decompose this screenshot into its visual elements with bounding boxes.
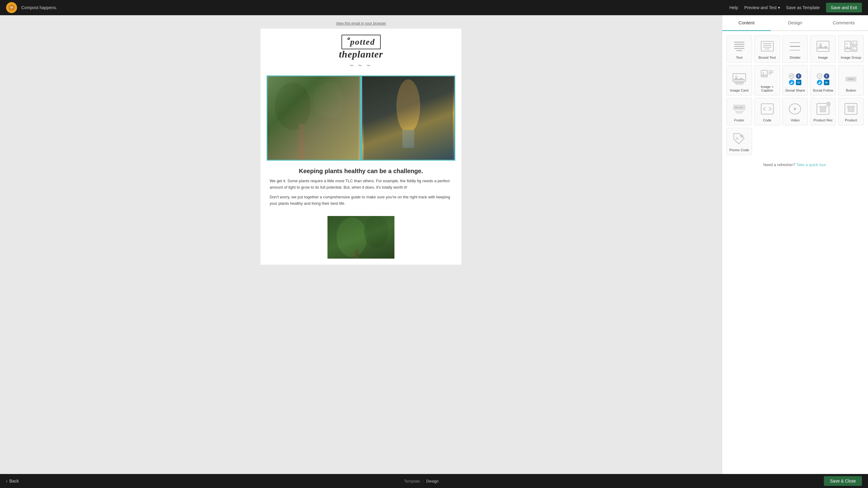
block-image-label: Image [818,56,828,59]
email-container: ✿potted theplanter ~ ~ ~ [260,29,461,265]
block-image-group[interactable]: Image Group [838,35,864,63]
block-code-label: Code [763,118,772,122]
social-share-icon: f in [787,72,803,86]
svg-rect-23 [736,84,743,85]
block-boxed-text-label: Boxed Text [758,56,776,59]
svg-rect-16 [851,41,857,46]
svg-rect-4 [299,124,305,160]
block-product-rec-label: Product Rec [813,118,833,122]
block-divider[interactable]: Divider [782,35,808,63]
email-heading: Keeping plants healthy can be a challeng… [270,167,452,175]
blocks-grid: Text Boxed Text [722,31,868,159]
svg-point-6 [396,79,420,133]
block-image-caption[interactable]: Image + Caption [754,65,780,96]
block-button-label: Button [846,89,856,92]
email-body-p1: We get it. Some plants require a little … [270,178,452,191]
block-image-card-label: Image Card [730,89,748,92]
svg-point-19 [853,48,854,49]
tab-design[interactable]: Design [771,15,819,31]
main-area: View this email in your browser ✿potted … [0,15,868,474]
svg-point-25 [763,72,764,74]
block-social-follow-label: Social Follow [813,89,833,92]
block-text[interactable]: Text [726,35,752,63]
email-header: ✿potted theplanter ~ ~ ~ [260,29,461,75]
svg-rect-14 [845,41,850,52]
email-preview-area: View this email in your browser ✿potted … [0,15,722,474]
block-promo-code[interactable]: % Promo Code [726,128,752,155]
email-image-left [267,75,361,161]
block-footer[interactable]: Footer [726,98,752,125]
block-text-label: Text [736,56,742,59]
help-link[interactable]: Help [729,5,738,10]
brand-logo [6,2,17,13]
product-rec-icon [815,102,831,116]
product-icon [843,102,859,116]
svg-point-9 [337,218,367,257]
svg-rect-7 [402,130,414,148]
block-promo-code-label: Promo Code [730,148,749,152]
image-caption-icon [760,68,775,83]
boxed-text-icon [760,39,775,53]
save-close-button[interactable]: Save & Close [824,476,862,486]
block-video[interactable]: Video [782,98,808,125]
svg-point-10 [364,216,389,248]
block-product-rec[interactable]: Product Rec [810,98,836,125]
image-group-icon [843,39,859,53]
brand-name: Compost happens. [21,5,57,10]
block-social-share[interactable]: f in Social Share [782,65,808,96]
svg-rect-18 [851,47,857,52]
block-social-share-label: Social Share [785,89,805,92]
text-icon [731,39,747,53]
tab-comments[interactable]: Comments [819,15,868,31]
email-image-right [361,75,455,161]
right-panel: Content Design Comments Text [722,15,868,474]
bottom-bar: ‹ Back Template › Design Save & Close [0,474,868,488]
top-navigation: Compost happens. Help Preview and Test ▾… [0,0,868,15]
divider-icon [787,39,803,53]
svg-point-28 [790,76,791,77]
block-image-caption-label: Image + Caption [756,85,778,92]
svg-rect-20 [733,74,746,82]
image-icon [815,39,831,53]
svg-text:%: % [736,137,739,140]
svg-rect-12 [817,41,829,52]
save-template-button[interactable]: Save as Template [786,5,820,10]
svg-point-0 [8,5,14,11]
block-button[interactable]: Button [838,65,864,96]
refresher-text: Need a refresher? Take a quick tour. [722,159,868,173]
preview-test-button[interactable]: Preview and Test ▾ [744,5,780,10]
svg-point-26 [792,75,793,76]
block-image-group-label: Image Group [841,56,861,59]
block-image-card[interactable]: Image Card [726,65,752,96]
svg-marker-32 [794,107,797,110]
view-in-browser-link[interactable]: View this email in your browser [336,21,386,26]
tab-content[interactable]: Content [722,15,771,31]
block-image[interactable]: Image [810,35,836,63]
back-button[interactable]: ‹ Back [6,479,19,483]
block-social-follow[interactable]: f in Social Follow [810,65,836,96]
block-divider-label: Divider [790,56,801,59]
panel-tabs: Content Design Comments [722,15,868,31]
svg-point-3 [314,83,344,118]
video-icon [787,102,803,116]
footer-icon [731,102,747,116]
svg-point-2 [275,83,310,130]
promo-code-icon: % [731,132,747,146]
svg-point-17 [853,42,854,43]
save-exit-button[interactable]: Save and Exit [826,3,862,12]
block-product-label: Product [845,118,857,122]
quick-tour-link[interactable]: Take a quick tour. [796,162,827,167]
block-footer-label: Footer [734,118,744,122]
block-product[interactable]: Product [838,98,864,125]
block-boxed-text[interactable]: Boxed Text [754,35,780,63]
email-images-row [260,75,461,161]
code-icon [760,102,775,116]
image-card-icon [731,72,747,86]
block-code[interactable]: Code [754,98,780,125]
svg-rect-11 [355,250,359,259]
breadcrumb: Template › Design [404,479,439,483]
email-body-p2: Don't worry, we put together a comprehen… [270,194,452,207]
button-icon [843,72,859,86]
svg-rect-22 [734,83,744,84]
block-video-label: Video [791,118,800,122]
